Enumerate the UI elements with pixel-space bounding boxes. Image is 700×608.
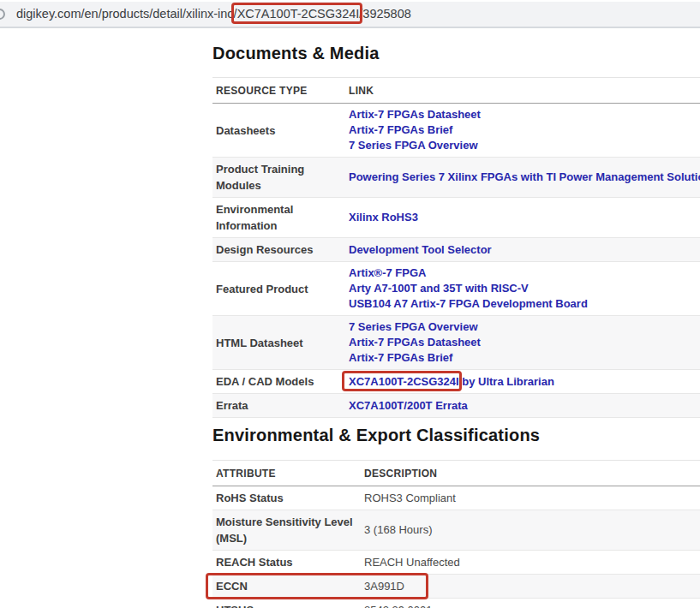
document-link[interactable]: Artix-7 FPGAs Datasheet <box>349 107 481 122</box>
eda-model-number: XC7A100T-2CSG324I <box>349 375 459 388</box>
url-highlight-text: XC7A100T-2CSG324I <box>237 7 360 21</box>
table-row-eda-cad-models: EDA / CAD Models XC7A100T-2CSG324I by Ul… <box>212 370 700 394</box>
row-label: ECCN <box>216 580 248 593</box>
table-row-rohs-status: RoHS Status ROHS3 Compliant <box>212 486 700 510</box>
row-label: Product Training Modules <box>216 163 304 192</box>
row-label: REACH Status <box>216 556 293 569</box>
table-row-product-training-modules: Product Training Modules Powering Series… <box>212 158 700 198</box>
document-link[interactable]: Development Tool Selector <box>349 242 492 258</box>
table-row-datasheets: Datasheets Artix-7 FPGAs Datasheet Artix… <box>212 104 700 158</box>
attribute-value: REACH Unaffected <box>364 555 460 570</box>
document-link[interactable]: 7 Series FPGA Overview <box>349 319 481 335</box>
eda-model-provider: by Ultra Librarian <box>459 375 554 388</box>
document-link[interactable]: XC7A100T/200T Errata <box>349 398 468 414</box>
documents-media-table: RESOURCE TYPE LINK Datasheets Artix-7 FP… <box>212 77 700 418</box>
document-link[interactable]: Artix-7 FPGAs Brief <box>349 350 481 366</box>
environmental-export-table: ATTRIBUTE DESCRIPTION RoHS Status ROHS3 … <box>212 460 700 608</box>
column-header-link: LINK <box>349 85 374 97</box>
document-link[interactable]: Arty A7-100T and 35T with RISC-V <box>349 281 588 296</box>
row-label: Datasheets <box>216 124 275 137</box>
url-prefix: digikey.com/en/products/detail/xilinx-in… <box>16 7 237 21</box>
row-label: HTSUS <box>216 604 254 608</box>
column-header-resource-type: RESOURCE TYPE <box>216 85 349 97</box>
row-label: Design Resources <box>216 243 313 256</box>
column-header-description: DESCRIPTION <box>364 468 437 480</box>
table-row-featured-product: Featured Product Artix®-7 FPGA Arty A7-1… <box>212 262 700 316</box>
eda-cad-model-link[interactable]: XC7A100T-2CSG324I by Ultra Librarian <box>349 374 554 390</box>
document-link[interactable]: Xilinx RoHS3 <box>349 210 418 225</box>
attribute-value: 8542.39.0001 <box>364 603 433 608</box>
row-label: Errata <box>216 399 248 412</box>
attribute-value: 3 (168 Hours) <box>364 522 432 538</box>
row-label: Environmental Information <box>216 203 293 232</box>
table-row-htsus: HTSUS 8542.39.0001 <box>212 599 700 608</box>
environmental-export-title: Environmental & Export Classifications <box>212 426 540 445</box>
row-label: Featured Product <box>216 283 308 295</box>
document-link[interactable]: USB104 A7 Artix-7 FPGA Development Board <box>349 296 588 312</box>
document-link[interactable]: Artix-7 FPGAs Datasheet <box>349 335 481 350</box>
table-row-html-datasheet: HTML Datasheet 7 Series FPGA Overview Ar… <box>212 316 700 370</box>
row-label: EDA / CAD Models <box>216 375 314 388</box>
row-label: Moisture Sensitivity Level (MSL) <box>216 516 353 545</box>
attribute-value: ROHS3 Compliant <box>364 491 456 506</box>
table-row-eccn: ECCN 3A991D <box>212 575 700 599</box>
url-suffix: /3925808 <box>359 7 410 21</box>
table-header-row: ATTRIBUTE DESCRIPTION <box>212 460 700 486</box>
document-link[interactable]: Artix®-7 FPGA <box>349 265 588 281</box>
document-link[interactable]: 7 Series FPGA Overview <box>349 138 481 153</box>
row-label: RoHS Status <box>216 492 284 504</box>
site-info-icon[interactable] <box>0 9 5 20</box>
table-row-reach-status: REACH Status REACH Unaffected <box>212 551 700 575</box>
table-row-errata: Errata XC7A100T/200T Errata <box>212 394 700 418</box>
table-row-environmental-information: Environmental Information Xilinx RoHS3 <box>212 198 700 238</box>
table-header-row: RESOURCE TYPE LINK <box>212 77 700 104</box>
document-link[interactable]: Artix-7 FPGAs Brief <box>349 122 481 138</box>
attribute-value: 3A991D <box>364 579 404 594</box>
url-text[interactable]: digikey.com/en/products/detail/xilinx-in… <box>16 2 411 27</box>
document-link[interactable]: Powering Series 7 Xilinx FPGAs with TI P… <box>349 170 700 185</box>
table-row-msl: Moisture Sensitivity Level (MSL) 3 (168 … <box>212 510 700 551</box>
row-label: HTML Datasheet <box>216 337 303 349</box>
documents-media-title: Documents & Media <box>212 44 380 63</box>
table-row-design-resources: Design Resources Development Tool Select… <box>212 238 700 262</box>
column-header-attribute: ATTRIBUTE <box>216 468 364 480</box>
browser-address-bar[interactable]: digikey.com/en/products/detail/xilinx-in… <box>0 0 700 28</box>
